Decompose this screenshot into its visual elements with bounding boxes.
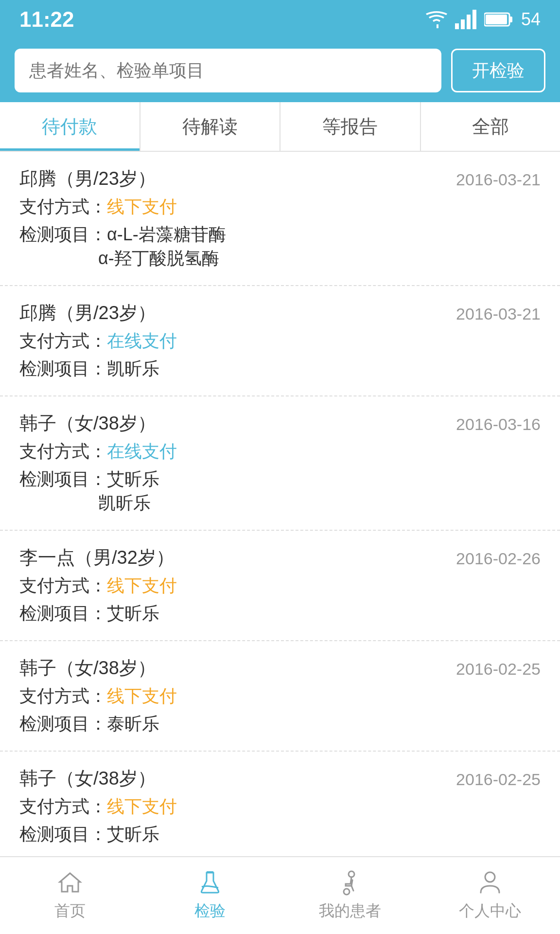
payment-type: 线下支付 [107, 796, 177, 816]
list-item[interactable]: 韩子（女/38岁） 支付方式：在线支付 检测项目：艾昕乐 凯昕乐 2016-03… [0, 396, 560, 531]
tab-all[interactable]: 全部 [421, 102, 560, 151]
person-icon [477, 869, 503, 896]
payment-info: 支付方式：在线支付 [19, 440, 456, 464]
item-details: 韩子（女/38岁） 支付方式：线下支付 检测项目：泰昕乐 [19, 656, 456, 736]
list-item[interactable]: 邱腾（男/23岁） 支付方式：在线支付 检测项目：凯昕乐 2016-03-21 [0, 286, 560, 396]
svg-rect-6 [486, 15, 507, 24]
test-info: 检测项目：艾昕乐 [19, 823, 456, 846]
nav-home-label: 首页 [54, 900, 86, 922]
nav-profile-label: 个人中心 [459, 900, 521, 922]
tab-waiting-report[interactable]: 等报告 [280, 102, 421, 151]
status-time: 11:22 [19, 7, 74, 32]
item-date: 2016-02-26 [456, 545, 541, 568]
patient-name: 韩子（女/38岁） [19, 766, 456, 791]
test-info: 检测项目：艾昕乐 [19, 467, 456, 491]
payment-info: 支付方式：线下支付 [19, 795, 456, 819]
nav-examination[interactable]: 检验 [140, 857, 280, 934]
item-details: 邱腾（男/23岁） 支付方式：线下支付 检测项目：α-L-岩藻糖苷酶 α-羟丁酸… [19, 166, 456, 270]
battery-level: 54 [521, 9, 541, 30]
patient-name: 邱腾（男/23岁） [19, 166, 456, 191]
search-input[interactable] [15, 49, 441, 92]
search-bar: 开检验 [0, 39, 560, 102]
svg-rect-5 [509, 17, 512, 22]
list-item[interactable]: 韩子（女/38岁） 支付方式：线下支付 检测项目：艾昕乐 2016-02-25 [0, 752, 560, 856]
patient-name: 韩子（女/38岁） [19, 411, 456, 436]
tab-pending-read[interactable]: 待解读 [140, 102, 281, 151]
item-details: 李一点（男/32岁） 支付方式：线下支付 检测项目：艾昕乐 [19, 545, 456, 626]
svg-point-9 [344, 889, 350, 895]
item-date: 2016-03-21 [456, 301, 541, 323]
test-info: 检测项目：泰昕乐 [19, 712, 456, 736]
test-info-extra: 凯昕乐 [19, 491, 456, 515]
test-info-extra: α-羟丁酸脱氢酶 [19, 247, 456, 270]
patient-name: 韩子（女/38岁） [19, 656, 456, 681]
list-item[interactable]: 李一点（男/32岁） 支付方式：线下支付 检测项目：艾昕乐 2016-02-26 [0, 531, 560, 641]
nav-patients-label: 我的患者 [319, 900, 381, 922]
payment-type: 线下支付 [107, 575, 177, 595]
svg-rect-2 [467, 15, 471, 29]
patient-name: 邱腾（男/23岁） [19, 301, 456, 325]
payment-info: 支付方式：线下支付 [19, 684, 456, 708]
battery-icon [484, 11, 513, 28]
test-info: 检测项目：凯昕乐 [19, 357, 456, 381]
nav-examination-label: 检验 [194, 900, 226, 922]
nav-home[interactable]: 首页 [0, 857, 140, 934]
item-date: 2016-03-16 [456, 411, 541, 434]
status-icons: 54 [426, 9, 541, 30]
flask-icon [197, 869, 223, 896]
svg-point-8 [349, 871, 354, 877]
test-info: 检测项目：α-L-岩藻糖苷酶 [19, 223, 456, 247]
tab-pending-payment[interactable]: 待付款 [0, 102, 140, 151]
nav-my-patients[interactable]: 我的患者 [280, 857, 420, 934]
payment-info: 支付方式：在线支付 [19, 329, 456, 353]
payment-info: 支付方式：线下支付 [19, 195, 456, 219]
start-exam-button[interactable]: 开检验 [451, 49, 545, 92]
item-date: 2016-02-25 [456, 766, 541, 789]
wifi-icon [426, 11, 447, 28]
svg-point-10 [485, 872, 495, 882]
nav-profile[interactable]: 个人中心 [420, 857, 560, 934]
patient-name: 李一点（男/32岁） [19, 545, 456, 570]
payment-type: 在线支付 [107, 441, 177, 461]
home-icon [57, 869, 83, 896]
item-details: 韩子（女/38岁） 支付方式：线下支付 检测项目：艾昕乐 [19, 766, 456, 846]
signal-icon [455, 10, 476, 29]
payment-type: 线下支付 [107, 197, 177, 216]
bottom-nav: 首页 检验 我的患者 个人中心 [0, 856, 560, 934]
item-date: 2016-02-25 [456, 656, 541, 679]
payment-info: 支付方式：线下支付 [19, 574, 456, 598]
svg-rect-1 [461, 19, 465, 29]
test-info: 检测项目：艾昕乐 [19, 602, 456, 626]
tab-bar: 待付款 待解读 等报告 全部 [0, 102, 560, 152]
item-details: 邱腾（男/23岁） 支付方式：在线支付 检测项目：凯昕乐 [19, 301, 456, 381]
svg-rect-3 [472, 10, 476, 29]
item-details: 韩子（女/38岁） 支付方式：在线支付 检测项目：艾昕乐 凯昕乐 [19, 411, 456, 515]
payment-type: 线下支付 [107, 686, 177, 706]
item-date: 2016-03-21 [456, 166, 541, 189]
patient-list: 邱腾（男/23岁） 支付方式：线下支付 检测项目：α-L-岩藻糖苷酶 α-羟丁酸… [0, 152, 560, 856]
status-bar: 11:22 54 [0, 0, 560, 39]
list-item[interactable]: 邱腾（男/23岁） 支付方式：线下支付 检测项目：α-L-岩藻糖苷酶 α-羟丁酸… [0, 152, 560, 286]
payment-type: 在线支付 [107, 331, 177, 351]
wheelchair-icon [337, 869, 363, 896]
list-item[interactable]: 韩子（女/38岁） 支付方式：线下支付 检测项目：泰昕乐 2016-02-25 [0, 641, 560, 752]
svg-rect-0 [455, 23, 459, 29]
